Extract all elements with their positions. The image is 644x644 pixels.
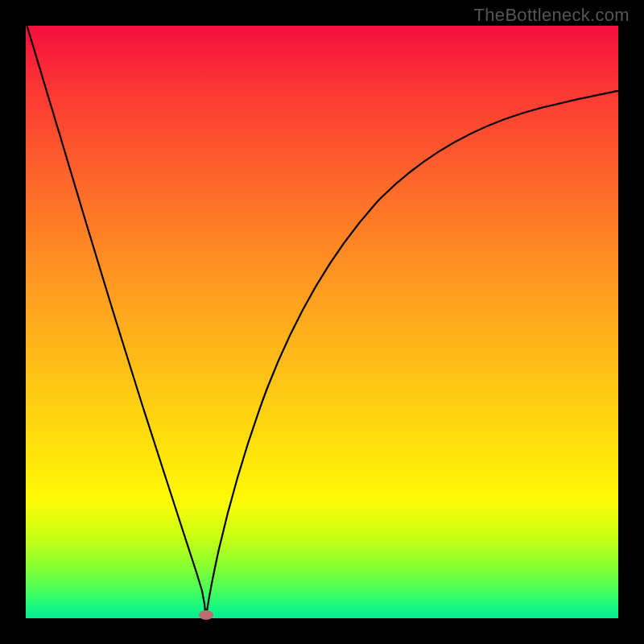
curve-right-branch <box>206 90 618 617</box>
watermark-text: TheBottleneck.com <box>474 5 630 26</box>
minimum-marker <box>199 610 213 620</box>
bottleneck-curve <box>26 26 618 618</box>
plot-area <box>26 26 618 618</box>
outer-frame: TheBottleneck.com <box>0 0 644 644</box>
curve-left-branch <box>26 26 206 617</box>
